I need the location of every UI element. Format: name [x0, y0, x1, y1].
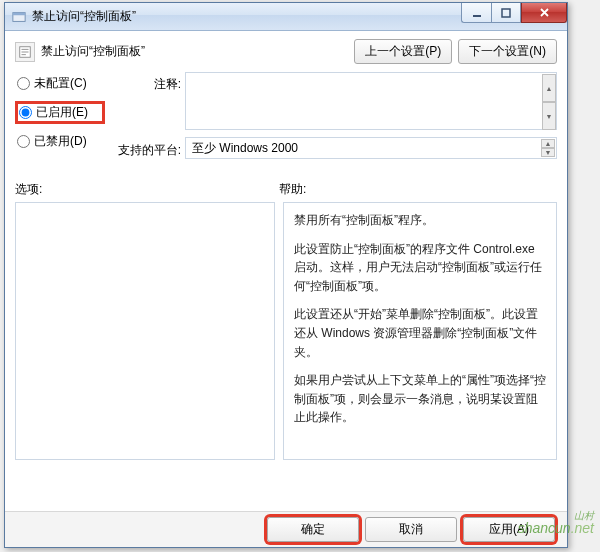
radio-enabled-label: 已启用(E) — [36, 104, 88, 121]
policy-title: 禁止访问“控制面板” — [41, 43, 145, 60]
window-controls — [461, 3, 567, 23]
comment-textarea[interactable] — [185, 72, 557, 130]
help-p4: 如果用户尝试从上下文菜单上的“属性”项选择“控制面板”项，则会显示一条消息，说明… — [294, 371, 546, 427]
svg-rect-1 — [13, 12, 25, 15]
radio-not-configured-input[interactable] — [17, 77, 30, 90]
titlebar[interactable]: 禁止访问“控制面板” — [5, 3, 567, 31]
help-label: 帮助: — [279, 181, 306, 198]
comment-scroll-down[interactable]: ▼ — [542, 102, 556, 130]
minimize-button[interactable] — [461, 3, 491, 23]
title-icon — [11, 9, 27, 25]
comment-scroll-up[interactable]: ▲ — [542, 74, 556, 102]
radio-disabled-label: 已禁用(D) — [34, 133, 87, 150]
radio-not-configured[interactable]: 未配置(C) — [15, 74, 105, 93]
prev-setting-button[interactable]: 上一个设置(P) — [354, 39, 452, 64]
apply-button[interactable]: 应用(A) — [463, 517, 555, 542]
radio-disabled-input[interactable] — [17, 135, 30, 148]
help-pane: 禁用所有“控制面板”程序。 此设置防止“控制面板”的程序文件 Control.e… — [283, 202, 557, 460]
comment-label: 注释: — [115, 72, 185, 133]
dialog-content: 禁止访问“控制面板” 上一个设置(P) 下一个设置(N) 未配置(C) 已启用(… — [5, 31, 567, 460]
options-label: 选项: — [15, 181, 279, 198]
help-p3: 此设置还从“开始”菜单删除“控制面板”。此设置还从 Windows 资源管理器删… — [294, 305, 546, 361]
next-setting-button[interactable]: 下一个设置(N) — [458, 39, 557, 64]
maximize-button[interactable] — [491, 3, 521, 23]
platform-scroll-down[interactable]: ▼ — [541, 148, 555, 157]
cancel-button[interactable]: 取消 — [365, 517, 457, 542]
close-button[interactable] — [521, 3, 567, 23]
options-pane — [15, 202, 275, 460]
radio-disabled[interactable]: 已禁用(D) — [15, 132, 105, 151]
dialog-footer: 确定 取消 应用(A) — [5, 511, 567, 547]
radio-enabled[interactable]: 已启用(E) — [15, 101, 105, 124]
help-p1: 禁用所有“控制面板”程序。 — [294, 211, 546, 230]
radio-enabled-input[interactable] — [19, 106, 32, 119]
window-title: 禁止访问“控制面板” — [32, 8, 136, 25]
config-section: 未配置(C) 已启用(E) 已禁用(D) 注释: ▲ — [15, 72, 557, 159]
svg-rect-2 — [473, 15, 481, 17]
platform-field: 至少 Windows 2000 ▲ ▼ — [185, 137, 557, 159]
svg-rect-3 — [502, 9, 510, 17]
platform-scroll-up[interactable]: ▲ — [541, 139, 555, 148]
platform-value: 至少 Windows 2000 — [192, 140, 298, 157]
radio-not-configured-label: 未配置(C) — [34, 75, 87, 92]
ok-button[interactable]: 确定 — [267, 517, 359, 542]
dialog-window: 禁止访问“控制面板” 禁止访问“控制面板” 上一个设置(P) 下一个 — [4, 2, 568, 548]
header-row: 禁止访问“控制面板” 上一个设置(P) 下一个设置(N) — [15, 39, 557, 64]
help-p2: 此设置防止“控制面板”的程序文件 Control.exe 启动。这样，用户无法启… — [294, 240, 546, 296]
platform-label: 支持的平台: — [115, 138, 185, 159]
policy-icon — [15, 42, 35, 62]
